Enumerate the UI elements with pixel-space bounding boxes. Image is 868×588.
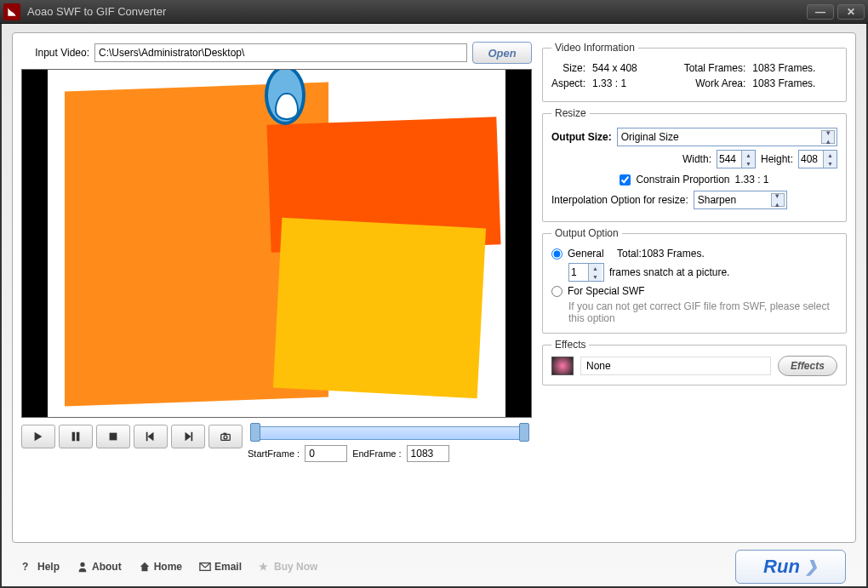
- constrain-checkbox[interactable]: [620, 174, 631, 186]
- home-icon: [139, 561, 151, 573]
- email-icon: [199, 561, 211, 573]
- arrow-right-icon: ❯: [805, 557, 818, 576]
- dropdown-icon: ▾▴: [771, 193, 785, 207]
- about-link[interactable]: About: [77, 561, 122, 573]
- snatch-input[interactable]: [569, 264, 588, 281]
- work-area-value: 1083 Frames.: [752, 77, 837, 89]
- email-link[interactable]: Email: [199, 561, 242, 573]
- range-start-handle[interactable]: [250, 423, 260, 442]
- work-area-label: Work Area:: [684, 77, 746, 89]
- effect-current: None: [580, 357, 771, 375]
- constrain-ratio: 1.33 : 1: [735, 174, 769, 186]
- app-icon: [3, 3, 20, 20]
- home-link[interactable]: Home: [139, 561, 182, 573]
- size-label: Size:: [551, 62, 585, 74]
- height-input[interactable]: [799, 151, 823, 168]
- general-label: General: [568, 248, 604, 260]
- start-frame-label: StartFrame :: [248, 448, 300, 459]
- general-total: Total:1083 Frames.: [617, 248, 705, 260]
- buy-now-link[interactable]: ★ Buy Now: [259, 561, 317, 573]
- width-label: Width:: [682, 153, 711, 165]
- stop-button[interactable]: [96, 425, 130, 448]
- interpolation-label: Interpolation Option for resize:: [551, 194, 688, 206]
- svg-point-8: [80, 562, 84, 567]
- next-frame-button[interactable]: [171, 425, 205, 448]
- titlebar: Aoao SWF to GIF Converter — ✕: [0, 0, 868, 24]
- snatch-label: frames snatch at a picture.: [609, 266, 729, 278]
- video-info-group: Video Information Size: 544 x 408 Total …: [542, 42, 847, 102]
- height-spinner[interactable]: ▲▼: [798, 150, 837, 168]
- svg-rect-3: [146, 432, 148, 442]
- svg-rect-2: [110, 433, 117, 441]
- effects-legend: Effects: [551, 339, 589, 351]
- help-icon: ?: [22, 561, 34, 573]
- special-radio[interactable]: [551, 286, 562, 297]
- svg-point-6: [224, 436, 227, 439]
- aspect-label: Aspect:: [551, 77, 585, 89]
- spin-down-icon[interactable]: ▼: [824, 159, 837, 168]
- effects-group: Effects None Effects: [542, 339, 847, 385]
- range-end-handle[interactable]: [519, 423, 529, 442]
- resize-group: Resize Output Size: Original Size ▾▴ Wid…: [542, 107, 847, 222]
- dropdown-icon: ▾▴: [821, 130, 835, 144]
- special-label: For Special SWF: [568, 285, 645, 297]
- help-link[interactable]: ? Help: [22, 561, 60, 573]
- svg-rect-1: [77, 432, 80, 442]
- special-hint: If you can not get correct GIF file from…: [551, 300, 837, 324]
- window-title: Aoao SWF to GIF Converter: [27, 5, 807, 18]
- snatch-spinner[interactable]: ▲▼: [568, 263, 604, 282]
- output-size-label: Output Size:: [551, 131, 612, 143]
- constrain-label: Constrain Proportion: [636, 174, 729, 186]
- spin-up-icon[interactable]: ▲: [824, 151, 837, 159]
- interpolation-combo[interactable]: Sharpen ▾▴: [694, 191, 787, 209]
- effects-button[interactable]: Effects: [778, 356, 837, 376]
- close-button[interactable]: ✕: [837, 4, 865, 20]
- height-label: Height:: [761, 153, 793, 165]
- input-video-label: Input Video:: [21, 47, 89, 59]
- output-size-value: Original Size: [621, 131, 679, 143]
- play-button[interactable]: [21, 425, 55, 448]
- end-frame-input[interactable]: [407, 445, 449, 462]
- open-button[interactable]: Open: [472, 42, 532, 64]
- spin-down-icon[interactable]: ▼: [742, 159, 755, 168]
- video-info-legend: Video Information: [551, 42, 638, 54]
- svg-rect-0: [72, 432, 76, 442]
- size-value: 544 x 408: [592, 62, 677, 74]
- about-icon: [77, 561, 89, 573]
- total-frames-value: 1083 Frames.: [752, 62, 837, 74]
- resize-legend: Resize: [551, 107, 590, 119]
- output-option-legend: Output Option: [551, 227, 622, 239]
- width-input[interactable]: [717, 151, 741, 168]
- video-preview: [21, 69, 532, 418]
- pause-button[interactable]: [59, 425, 93, 448]
- run-button[interactable]: Run ❯: [735, 550, 846, 584]
- svg-rect-4: [191, 432, 193, 442]
- end-frame-label: EndFrame :: [352, 448, 401, 459]
- minimize-button[interactable]: —: [807, 4, 834, 20]
- effect-thumbnail: [551, 357, 574, 375]
- general-radio[interactable]: [551, 248, 562, 260]
- input-video-field[interactable]: [94, 43, 467, 62]
- snapshot-button[interactable]: [208, 425, 243, 448]
- spin-down-icon[interactable]: ▼: [589, 272, 602, 281]
- prev-frame-button[interactable]: [134, 425, 168, 448]
- spin-up-icon[interactable]: ▲: [742, 151, 755, 159]
- spin-up-icon[interactable]: ▲: [589, 264, 602, 272]
- output-size-combo[interactable]: Original Size ▾▴: [617, 128, 837, 146]
- width-spinner[interactable]: ▲▼: [717, 150, 756, 168]
- start-frame-input[interactable]: [305, 445, 347, 462]
- aspect-value: 1.33 : 1: [592, 77, 677, 89]
- output-option-group: Output Option General Total:1083 Frames.…: [542, 227, 847, 334]
- star-icon: ★: [259, 561, 271, 573]
- total-frames-label: Total Frames:: [684, 62, 746, 74]
- interpolation-value: Sharpen: [698, 194, 736, 206]
- svg-rect-7: [223, 433, 226, 435]
- range-slider[interactable]: [253, 426, 527, 440]
